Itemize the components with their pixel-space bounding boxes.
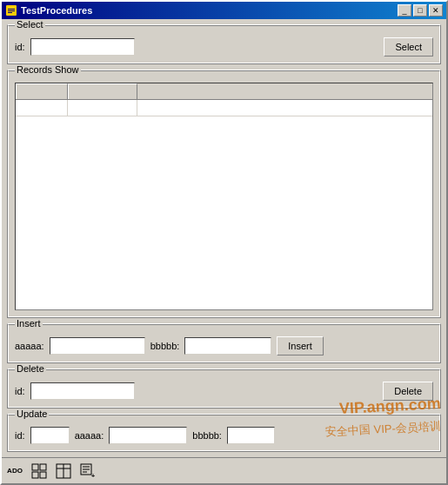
svg-rect-1 (8, 9, 15, 10)
minimize-button[interactable]: _ (398, 4, 411, 17)
grid-row-1 (16, 100, 432, 116)
maximize-button[interactable]: □ (413, 4, 427, 17)
grid-header (16, 83, 432, 100)
add-icon: + (80, 463, 96, 479)
grid-cell-1-1 (16, 100, 68, 116)
grid-header-cell-1 (16, 83, 68, 99)
select-id-label: id: (15, 42, 25, 52)
svg-rect-3 (8, 12, 12, 13)
svg-rect-4 (32, 464, 38, 470)
title-bar-text: TestProcedures (21, 5, 92, 16)
svg-text:+: + (91, 473, 95, 479)
toolbar-add-button[interactable]: + (77, 461, 99, 482)
delete-group-label: Delete (15, 363, 46, 374)
select-id-input[interactable] (30, 38, 135, 56)
delete-group: Delete id: Delete (7, 369, 441, 409)
update-id-label: id: (15, 430, 25, 441)
grid-header-cell-2 (68, 83, 137, 99)
insert-form-row: aaaaa: bbbbb: Insert (15, 336, 433, 355)
svg-rect-7 (40, 472, 46, 478)
delete-form-row: id: Delete (15, 382, 433, 401)
delete-id-label: id: (15, 386, 25, 396)
select-button[interactable]: Select (384, 37, 433, 56)
svg-rect-2 (8, 10, 15, 11)
toolbar: ADO + (2, 457, 446, 483)
insert-bbbbb-label: bbbbb: (150, 341, 180, 351)
update-form-row: id: aaaaa: bbbbb: (15, 427, 433, 444)
update-aaaaa-input[interactable] (109, 427, 187, 444)
records-group: Records Show (7, 70, 441, 318)
insert-bbbbb-input[interactable] (184, 337, 271, 355)
select-group-label: Select (15, 19, 45, 30)
update-group: Update id: aaaaa: bbbbb: (7, 414, 441, 452)
grid-icon (31, 463, 47, 479)
toolbar-ado-button[interactable]: ADO (3, 461, 26, 482)
window-content: Select id: Select Records Show (2, 19, 446, 457)
title-bar-controls: _ □ ✕ (398, 4, 443, 17)
update-bbbbb-input[interactable] (227, 427, 275, 444)
update-id-input[interactable] (30, 427, 70, 444)
insert-group-label: Insert (15, 318, 43, 329)
app-icon (5, 4, 17, 17)
toolbar-table-button[interactable] (52, 461, 75, 482)
select-form-row: id: Select (15, 37, 433, 56)
insert-group: Insert aaaaa: bbbbb: Insert (7, 323, 441, 363)
svg-rect-5 (40, 464, 46, 470)
delete-button[interactable]: Delete (383, 382, 433, 401)
insert-aaaaa-input[interactable] (50, 337, 145, 355)
delete-id-input[interactable] (30, 382, 135, 400)
update-group-label: Update (15, 409, 49, 419)
insert-aaaaa-label: aaaaa: (15, 341, 44, 351)
update-aaaaa-label: aaaaa: (75, 430, 104, 441)
title-bar: TestProcedures _ □ ✕ (2, 2, 446, 19)
toolbar-grid-button[interactable] (28, 461, 50, 482)
insert-button[interactable]: Insert (277, 336, 324, 355)
main-window: TestProcedures _ □ ✕ Select id: Select (0, 0, 448, 485)
records-grid[interactable] (15, 83, 433, 310)
grid-cell-1-2 (68, 100, 137, 116)
close-button[interactable]: ✕ (429, 4, 443, 17)
select-group: Select id: Select (7, 24, 441, 64)
records-group-label: Records Show (15, 64, 81, 75)
update-bbbbb-label: bbbbb: (192, 430, 222, 441)
svg-rect-6 (32, 472, 38, 478)
table-icon (56, 463, 71, 479)
